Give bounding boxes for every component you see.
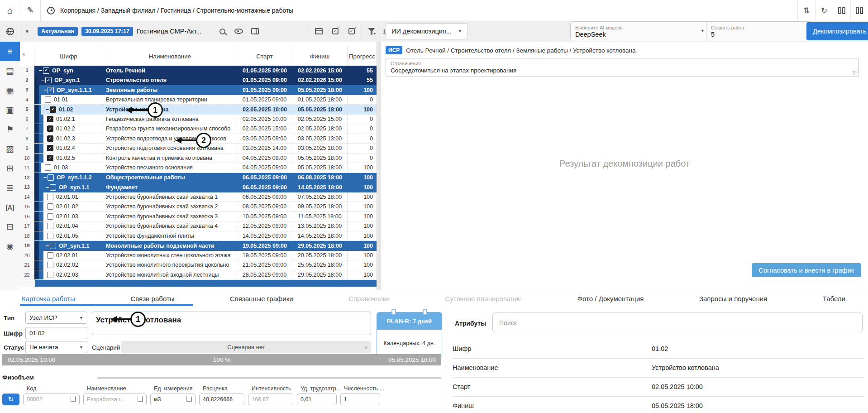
table-row[interactable]: 1502.01.02Устройство буронабивных свай з… <box>20 202 377 212</box>
copy-icon[interactable] <box>72 397 76 402</box>
tab-фото-документация[interactable]: Фото / Документация <box>576 295 646 303</box>
collapse-minus-icon[interactable]: − <box>43 87 48 93</box>
row-checkbox[interactable] <box>50 184 56 191</box>
status-dropdown[interactable]: Не начата▼ <box>25 341 87 353</box>
table-row[interactable]: 1602.01.03Устройство буронабивных свай з… <box>20 212 377 222</box>
column-header-finish[interactable]: Финиш <box>292 46 348 66</box>
refresh-button[interactable]: ↻ <box>815 0 833 21</box>
column-header-code[interactable]: Шифр <box>34 46 103 66</box>
sync-button[interactable]: ↻ <box>2 394 19 405</box>
table-row[interactable]: 12−OP_syn.1.1.2Общестроительные работы06… <box>20 173 377 183</box>
sidebar-item-eye[interactable]: ◉ <box>0 236 20 256</box>
sidebar-item-layers[interactable]: ▣ <box>0 100 20 120</box>
columns-button[interactable] <box>247 23 263 39</box>
approve-button[interactable]: Согласовать и внести в график <box>752 263 861 277</box>
collapse-minus-icon[interactable]: − <box>38 67 43 74</box>
sidebar-item-dashboard[interactable]: ⊞ <box>0 158 20 178</box>
globe-button[interactable] <box>0 21 20 42</box>
row-checkbox[interactable]: ✓ <box>45 77 52 83</box>
sidebar-item-gantt[interactable]: ≡ <box>0 42 20 61</box>
column-header-progress[interactable]: Прогресс <box>348 46 377 66</box>
physvolume-field-input[interactable]: 40,8226666 <box>199 394 244 405</box>
row-checkbox[interactable] <box>47 272 53 278</box>
row-checkbox[interactable] <box>50 243 56 249</box>
edit-button[interactable]: ✎ <box>20 0 41 21</box>
table-row[interactable]: 2−✓OP_syn.1Строительство отеля01.05.2025… <box>20 76 377 86</box>
physvolume-field-input[interactable]: 1 <box>340 394 380 405</box>
tab-справочники[interactable]: Справочники <box>347 295 391 303</box>
physvolume-field-input[interactable]: м3 <box>150 394 196 405</box>
row-checkbox[interactable] <box>47 203 53 210</box>
table-view-button[interactable] <box>311 23 327 39</box>
copy-icon[interactable] <box>188 397 192 402</box>
tab-карточка-работы[interactable]: Карточка работы <box>20 295 77 303</box>
row-checkbox[interactable]: ✓ <box>43 67 49 74</box>
table-row[interactable]: 19−OP_syn.1.1Монолитные работы подземной… <box>20 241 377 251</box>
scenario-field[interactable]: Сценария нет » <box>121 341 371 353</box>
copy-icon[interactable] <box>139 397 143 402</box>
row-checkbox[interactable]: ✓ <box>47 145 53 151</box>
ai-works-count-field[interactable]: Создать работ: 5 <box>706 21 812 41</box>
uncheck-all-button[interactable]: × <box>343 23 360 39</box>
row-checkbox[interactable] <box>47 194 53 200</box>
table-row[interactable]: 1802.01.05Устройство фундаментной плиты1… <box>20 231 377 241</box>
table-row[interactable]: 401.01Вертикальная планировка территории… <box>20 95 377 105</box>
decompose-button[interactable]: Декомпозировать <box>806 22 868 40</box>
row-checkbox[interactable] <box>47 223 53 229</box>
sidebar-item-calendar[interactable]: ⊟ <box>0 217 20 236</box>
tab-табели[interactable]: Табели <box>821 295 847 303</box>
tab-запросы-и-поручения[interactable]: Запросы и поручения <box>697 295 769 303</box>
table-row[interactable]: 6✓01.02.1Геодезическая разбивка котлован… <box>20 115 377 125</box>
sidebar-item-database[interactable]: ≣ <box>0 178 20 197</box>
table-row[interactable]: 2002.02.01Устройство монолитных стен цок… <box>20 251 377 261</box>
column-header-name[interactable]: Наименование <box>103 46 237 66</box>
column-header-start[interactable]: Старт <box>237 46 292 66</box>
collapse-minus-icon[interactable]: − <box>45 243 50 249</box>
row-checkbox[interactable] <box>45 96 51 103</box>
row-checkbox[interactable] <box>47 233 53 239</box>
ai-mode-dropdown[interactable]: ИИ декомпозиция... ▼ <box>386 23 468 39</box>
sidebar-item-attributes[interactable]: [A] <box>0 197 20 217</box>
collapse-minus-icon[interactable]: − <box>43 174 48 181</box>
plan-dropdown-caret[interactable]: ▼ <box>20 29 34 34</box>
layout-right-button[interactable] <box>850 0 868 21</box>
table-row[interactable]: 10✓01.02.5Контроль качества и приемка ко… <box>20 154 377 163</box>
layout-left-button[interactable] <box>833 0 850 21</box>
table-row[interactable]: 5−✓01.02Устройство котлована02.05.2025 1… <box>20 105 377 115</box>
table-row[interactable]: 7✓01.02.2Разработка грунта механизирован… <box>20 124 377 134</box>
tab-связанные-графики[interactable]: Связанные графики <box>228 295 295 303</box>
search-button[interactable] <box>215 23 231 39</box>
table-row[interactable]: 1−✓OP_synОтель Речной01.05.2025 09:0002.… <box>20 66 377 76</box>
sidebar-item-chart[interactable]: ▦ <box>0 81 20 100</box>
attributes-search-input[interactable] <box>492 312 863 333</box>
sidebar-item-hatch[interactable]: ▨ <box>0 139 20 158</box>
row-checkbox[interactable]: ✓ <box>48 87 54 93</box>
constraints-field[interactable]: Ограничения Сосредоточиться на этапах пр… <box>386 58 859 77</box>
type-dropdown[interactable]: Узел ИСР▼ <box>25 312 87 324</box>
row-checkbox[interactable] <box>47 252 53 259</box>
physvolume-field-input[interactable]: Разработка г... <box>83 394 147 405</box>
table-row[interactable]: 3−✓OP_syn.1.1.1Земляные работы01.05.2025… <box>20 85 377 95</box>
row-checkbox[interactable] <box>47 213 53 220</box>
table-row[interactable]: 13−OP_syn.1.1Фундамент06.05.2025 09:0014… <box>20 182 377 192</box>
plan-r-link[interactable]: PLAN-R: 7 дней <box>377 312 442 330</box>
table-row[interactable]: 1101.03Устройство песчаного основания04.… <box>20 163 377 173</box>
physvolume-field-input[interactable]: 00002 <box>23 394 80 405</box>
tab-суточное-планирование[interactable]: Суточное планирование <box>444 295 524 303</box>
sidebar-item-board[interactable]: ▤ <box>0 61 20 81</box>
home-button[interactable]: ⌂ <box>0 0 20 21</box>
row-checkbox[interactable]: ✓ <box>47 155 53 161</box>
collapse-minus-icon[interactable]: − <box>40 77 45 83</box>
table-row[interactable]: 1402.01.01Устройство буронабивных свай з… <box>20 192 377 202</box>
resize-handle[interactable] <box>853 71 857 75</box>
row-checkbox[interactable]: ✓ <box>47 125 53 132</box>
table-row[interactable]: 1702.01.04Устройство буронабивных свай з… <box>20 221 377 231</box>
history-icon[interactable] <box>47 7 55 14</box>
table-row[interactable]: 2102.02.02Устройство монолитного перекры… <box>20 260 377 270</box>
row-checkbox[interactable] <box>45 164 51 171</box>
code-field[interactable]: 01.02 <box>25 327 87 339</box>
physvolume-field-input[interactable]: 0,01 <box>297 394 337 405</box>
row-checkbox[interactable]: ✓ <box>47 116 53 122</box>
physvolume-field-input[interactable]: 166,67 <box>248 394 293 405</box>
ai-model-select[interactable]: Выберите AI модель DeepSeek ▼ <box>570 21 711 41</box>
